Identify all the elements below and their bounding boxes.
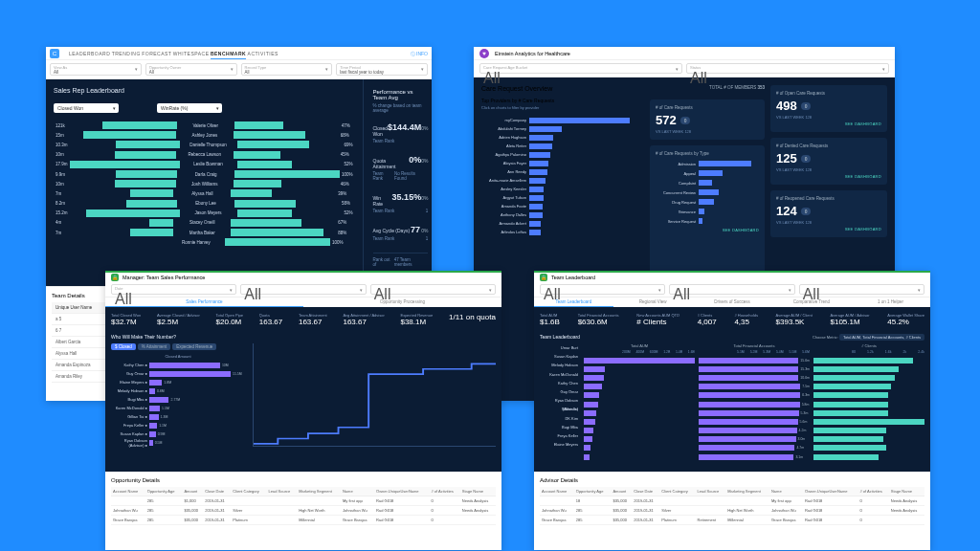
- perf-subtitle: % change based on team average: [373, 103, 429, 113]
- providers-title: Top Providers by # Care Requests: [481, 98, 644, 103]
- header: 🔒Manager: Team Sales Performance: [105, 271, 501, 282]
- advisor-name: Kathy Chen: [540, 379, 580, 387]
- nav-tab[interactable]: ACTIVITIES: [248, 51, 278, 56]
- chip[interactable]: $ Closed: [111, 343, 136, 350]
- chip[interactable]: % Attainment: [138, 343, 171, 350]
- advisor-details-table[interactable]: Account NameOpportunity AgeAmountClose D…: [540, 487, 924, 525]
- filter-bar: DateAllAllAll: [105, 282, 501, 298]
- card-sub: VS LAST WEEK 128: [656, 129, 759, 134]
- info-link[interactable]: ⓘ INFO: [411, 51, 428, 56]
- advisor-name: Ryan Dobson (Advisor): [540, 396, 580, 405]
- kpi: 1/11 on quota: [449, 313, 496, 326]
- filter-select[interactable]: Record TypeAll: [241, 63, 333, 76]
- see-dashboard-link[interactable]: SEE DASHBOARD: [656, 228, 759, 232]
- see-dashboard-link[interactable]: SEE DASHBOARD: [776, 121, 881, 126]
- card-label: # of Care Requests: [656, 105, 759, 110]
- perf-metric: Win Rate35.15%0% Team Rank1: [373, 192, 429, 213]
- nav-tab[interactable]: FORECAST: [142, 51, 171, 56]
- kpi: Total Open Pipe$20.0M: [216, 313, 243, 326]
- header: 🔒Team Leaderboard: [534, 271, 930, 282]
- col-header-clients: # Clients: [813, 343, 924, 348]
- types-chart[interactable]: Admission Appeal Complaint Concurrent Re…: [656, 159, 759, 226]
- app-logo-icon: C: [50, 49, 59, 58]
- navbar: C LEADERBOARD TRENDING FORECAST WHITESPA…: [46, 47, 432, 60]
- advisor-name: Susan Kaplan: [540, 352, 580, 361]
- kpi: Average Wallet Share45.2%: [887, 313, 924, 326]
- see-dashboard-link[interactable]: SEE DASHBOARD: [776, 227, 881, 231]
- perf-metric: Quota Attainment0%0% Team RankNo Results…: [373, 155, 429, 181]
- team-leaderboard-window: 🔒Team Leaderboard AllAllAll Team Leaderb…: [534, 271, 930, 550]
- advisor-name: Karen McDonald: [540, 370, 580, 379]
- filter-select[interactable]: Time Periodlast fiscal year to today: [336, 63, 428, 76]
- filter-bar: View AsAllOpportunity OwnerAllRecord Typ…: [46, 60, 432, 79]
- nav-tab[interactable]: BENCHMARK: [211, 51, 246, 59]
- providers-chart[interactable]: myCompany Abdulahi Tormey Adrien Hughson…: [481, 116, 644, 236]
- perf-metric: Closed Won$144.4M0% Team Rank: [373, 122, 429, 143]
- kpi: Expected Revenue$38.1M: [400, 313, 433, 326]
- card-metric: # of Denied Care Requests 1250 VS LAST W…: [770, 138, 887, 185]
- advisor-name: Freya Keller: [540, 431, 580, 440]
- filter-select[interactable]: All: [540, 284, 665, 295]
- app-title: Manager: Team Sales Performance: [122, 275, 205, 280]
- advisor-name: Melody Hobson: [540, 361, 580, 369]
- filter-select[interactable]: All: [799, 284, 924, 295]
- kpi: Quota163.67: [259, 313, 282, 326]
- table-row[interactable]: Grace Barajas285$35,0002019-01-31Platinu…: [111, 516, 496, 525]
- kpi: # Clients4,007: [698, 313, 717, 326]
- filter-select[interactable]: All: [669, 284, 794, 295]
- perf-title: Performance vs Team Avg: [373, 89, 429, 100]
- kpi: Avg Attainment / Advisor163.67: [343, 313, 384, 326]
- lock-icon: 🔒: [111, 274, 119, 281]
- filter-select[interactable]: Opportunity OwnerAll: [145, 63, 237, 76]
- nav-tab[interactable]: WHITESPACE: [173, 51, 210, 56]
- opp-details-title: Opportunity Details: [111, 477, 496, 483]
- table-row[interactable]: Grace Barajas285$35,0002019-01-31Platinu…: [540, 516, 924, 525]
- filter-select[interactable]: DateAll: [111, 284, 236, 295]
- kpi: Total Financial Accounts$630.6M: [578, 313, 619, 326]
- card-metric: # of Reopened Care Requests 1240 VS LAST…: [770, 190, 887, 237]
- kpi: Team Attainment163.67: [299, 313, 327, 326]
- advisor-name: DK Kim: [540, 414, 580, 423]
- filter-select[interactable]: View AsAll: [50, 63, 142, 76]
- rank-label: Rank out of: [373, 257, 394, 267]
- metric-select-right[interactable]: WinRate (%): [157, 103, 222, 113]
- metric-select-left[interactable]: Closed Won: [54, 103, 119, 113]
- opp-details-table[interactable]: Account NameOpportunity AgeAmountClose D…: [111, 487, 496, 525]
- nav-tab[interactable]: LEADERBOARD: [69, 51, 110, 56]
- header: ♥ Einstein Analytics for Healthcare: [474, 47, 895, 60]
- advisor-name: Bugi Mba: [540, 423, 580, 431]
- filter-bar: Care Request Age BucketAllStatusAll: [474, 60, 895, 77]
- nav-tab[interactable]: TRENDING: [112, 51, 141, 56]
- healthcare-icon: ♥: [479, 49, 489, 58]
- leaderboard-chart[interactable]: 121k Valerie Oliver 47% 15m Ashley Jones…: [54, 121, 355, 247]
- closed-won-time-chart[interactable]: [253, 343, 496, 447]
- advisor-details-title: Advisor Details: [540, 477, 924, 483]
- table-row[interactable]: Johnathan Wu285$35,0002019-01-31SilverHi…: [540, 506, 924, 516]
- providers-hint: Click on charts to filter by provider: [481, 105, 644, 110]
- filter-select[interactable]: All: [370, 284, 496, 295]
- metric-select[interactable]: Total AUM, Total Financial Accounts, # C…: [839, 334, 924, 341]
- kpi: Average Closed / Advisor$2.5M: [157, 313, 200, 326]
- advisor-name: Gillian Tai: [540, 405, 580, 413]
- filter-select[interactable]: StatusAll: [686, 63, 889, 74]
- types-label: # of Care Requests by Type: [656, 151, 759, 156]
- table-row[interactable]: 18$35,0002019-01-31My first oppRad G0180…: [540, 496, 924, 506]
- kpi: Average AUM / Client$393.5K: [776, 313, 813, 326]
- filter-bar: AllAllAll: [534, 282, 930, 298]
- card-value: 572: [656, 113, 677, 127]
- table-row[interactable]: Johnathan Wu285$35,0002019-01-31SilverHi…: [111, 506, 496, 516]
- filter-select[interactable]: All: [240, 284, 366, 295]
- app-title: Einstein Analytics for Healthcare: [495, 51, 570, 56]
- kpi: Total AUM$1.6B: [540, 313, 560, 326]
- see-dashboard-link[interactable]: SEE DASHBOARD: [776, 174, 881, 179]
- leaderboard-subtitle: Team Leaderboard: [540, 334, 580, 340]
- kpi: Total Closed Won$32.7M: [111, 313, 141, 326]
- question-title: Who Will Make Their Number?: [111, 334, 496, 340]
- chip[interactable]: Expected Revenue: [172, 343, 216, 350]
- closed-amount-chart[interactable]: Kathy Chen ●10M Guy Omar ●11.5M Elaine M…: [111, 361, 245, 447]
- kpi-row: Total AUM$1.6BTotal Financial Accounts$6…: [540, 313, 924, 326]
- app-title: Team Leaderboard: [551, 275, 595, 280]
- chip-row: $ Closed% AttainmentExpected Revenue: [111, 343, 245, 350]
- filter-select[interactable]: Care Request Age BucketAll: [479, 63, 682, 74]
- table-row[interactable]: 285$1,0002019-01-31My first oppRad G0180…: [111, 496, 496, 506]
